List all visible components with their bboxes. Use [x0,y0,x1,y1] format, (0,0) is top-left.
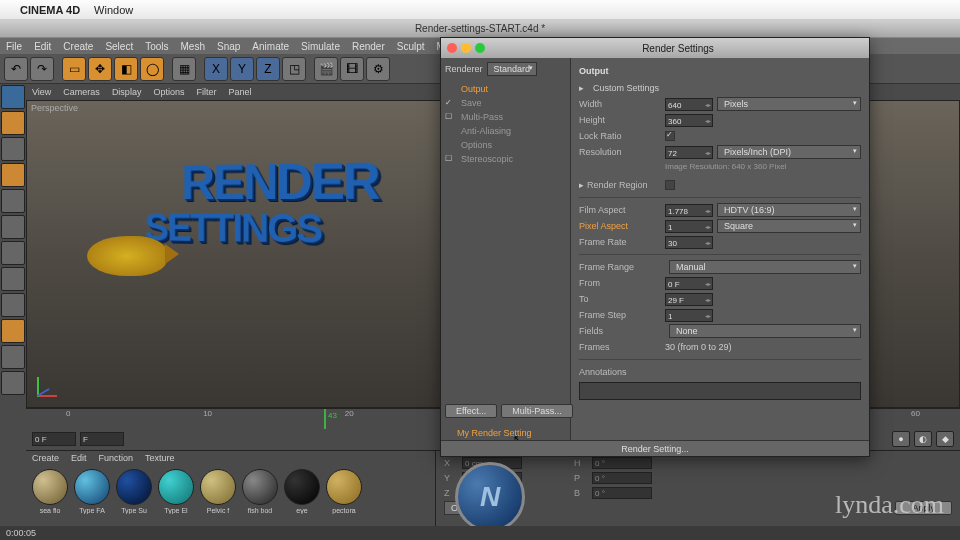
annotations-field[interactable] [579,382,861,400]
effect-button[interactable]: Effect... [445,404,497,418]
custom-settings-label[interactable]: Custom Settings [593,83,659,93]
menu-snap[interactable]: Snap [217,41,240,52]
menu-file[interactable]: File [6,41,22,52]
start-frame-field[interactable]: 0 F [32,432,76,446]
render-view-icon[interactable]: 🎬 [314,57,338,81]
render-pv-icon[interactable]: 🎞 [340,57,364,81]
rs-cat-anti-aliasing[interactable]: Anti-Aliasing [445,124,566,138]
menu-mesh[interactable]: Mesh [181,41,205,52]
mac-menu-window[interactable]: Window [94,4,133,16]
object-mode-icon[interactable] [1,111,25,135]
multipass-button[interactable]: Multi-Pass... [501,404,573,418]
rs-titlebar[interactable]: Render Settings [441,38,869,58]
vp-display[interactable]: Display [112,87,142,97]
menu-select[interactable]: Select [105,41,133,52]
vp-filter[interactable]: Filter [196,87,216,97]
menu-create[interactable]: Create [63,41,93,52]
resolution-field[interactable]: 72 [665,146,713,159]
move-tool-icon[interactable]: ✥ [88,57,112,81]
from-field[interactable]: 0 F [665,277,713,290]
film-aspect-field[interactable]: 1.778 [665,204,713,217]
material-3[interactable]: Type El [156,469,196,514]
vp-panel[interactable]: Panel [228,87,251,97]
material-5[interactable]: fish bod [240,469,280,514]
width-field[interactable]: 640 [665,98,713,111]
material-0[interactable]: sea flo [30,469,70,514]
menu-sculpt[interactable]: Sculpt [397,41,425,52]
material-2[interactable]: Type Su [114,469,154,514]
material-6[interactable]: eye [282,469,322,514]
coord-h[interactable]: 0 ° [592,457,652,469]
pixel-aspect-dropdown[interactable]: Square [717,219,861,233]
x-axis-icon[interactable]: X [204,57,228,81]
rs-cat-save[interactable]: ✓Save [445,96,566,110]
record-icon[interactable]: ● [892,431,910,447]
coord-p[interactable]: 0 ° [592,472,652,484]
enable-axis-icon[interactable] [1,267,25,291]
image-resolution-text: Image Resolution: 640 x 360 Pixel [579,160,861,177]
frame-range-dropdown[interactable]: Manual [669,260,861,274]
menu-render[interactable]: Render [352,41,385,52]
select-tool-icon[interactable]: ▭ [62,57,86,81]
texture-mode-icon[interactable] [1,137,25,161]
vp-cameras[interactable]: Cameras [63,87,100,97]
y-axis-icon[interactable]: Y [230,57,254,81]
menu-simulate[interactable]: Simulate [301,41,340,52]
autokey-icon[interactable]: ◐ [914,431,932,447]
render-settings-icon[interactable]: ⚙ [366,57,390,81]
minimize-icon[interactable] [461,43,471,53]
height-field[interactable]: 360 [665,114,713,127]
edge-mode-icon[interactable] [1,215,25,239]
last-tool-icon[interactable]: ▦ [172,57,196,81]
lock-ratio-checkbox[interactable] [665,131,675,141]
model-mode-icon[interactable] [1,85,25,109]
planar-icon[interactable] [1,371,25,395]
rotate-tool-icon[interactable]: ◯ [140,57,164,81]
poly-mode-icon[interactable] [1,241,25,265]
coord-b[interactable]: 0 ° [592,487,652,499]
locked-workplane-icon[interactable] [1,345,25,369]
width-unit-dropdown[interactable]: Pixels [717,97,861,111]
coord-system-icon[interactable]: ◳ [282,57,306,81]
film-aspect-dropdown[interactable]: HDTV (16:9) [717,203,861,217]
point-mode-icon[interactable] [1,189,25,213]
current-frame-field[interactable]: F [80,432,124,446]
rs-cat-stereoscopic[interactable]: ☐Stereoscopic [445,152,566,166]
mat-edit[interactable]: Edit [71,453,87,463]
close-icon[interactable] [447,43,457,53]
render-region-checkbox[interactable] [665,180,675,190]
undo-icon[interactable]: ↶ [4,57,28,81]
mat-function[interactable]: Function [99,453,134,463]
playhead-icon[interactable] [324,409,326,429]
menu-tools[interactable]: Tools [145,41,168,52]
redo-icon[interactable]: ↷ [30,57,54,81]
fields-dropdown[interactable]: None [669,324,861,338]
material-7[interactable]: pectora [324,469,364,514]
z-axis-icon[interactable]: Z [256,57,280,81]
workplane-icon[interactable] [1,163,25,187]
rs-footer-button[interactable]: Render Setting... [441,440,869,456]
mat-create[interactable]: Create [32,453,59,463]
vp-options[interactable]: Options [153,87,184,97]
scale-tool-icon[interactable]: ◧ [114,57,138,81]
menu-edit[interactable]: Edit [34,41,51,52]
to-field[interactable]: 29 F [665,293,713,306]
menu-animate[interactable]: Animate [252,41,289,52]
keyframe-icon[interactable]: ◆ [936,431,954,447]
snap-icon[interactable] [1,319,25,343]
mat-texture[interactable]: Texture [145,453,175,463]
renderer-dropdown[interactable]: Standard [487,62,538,76]
app-name[interactable]: CINEMA 4D [20,4,80,16]
frame-rate-field[interactable]: 30 [665,236,713,249]
zoom-icon[interactable] [475,43,485,53]
vp-view[interactable]: View [32,87,51,97]
rs-cat-output[interactable]: Output [445,82,566,96]
material-4[interactable]: Pelvic f [198,469,238,514]
frame-step-field[interactable]: 1 [665,309,713,322]
rs-cat-options[interactable]: Options [445,138,566,152]
resolution-unit-dropdown[interactable]: Pixels/Inch (DPI) [717,145,861,159]
rs-cat-multi-pass[interactable]: ☐Multi-Pass [445,110,566,124]
material-1[interactable]: Type FA [72,469,112,514]
viewport-solo-icon[interactable] [1,293,25,317]
pixel-aspect-field[interactable]: 1 [665,220,713,233]
